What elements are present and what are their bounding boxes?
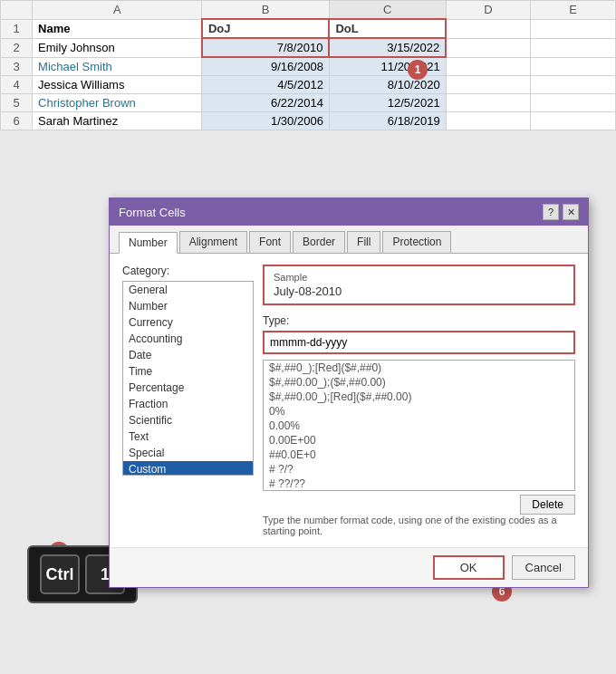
col-header-c[interactable]: C	[329, 1, 446, 20]
dialog-footer: OK Cancel	[110, 547, 588, 587]
cat-scientific[interactable]: Scientific	[123, 412, 253, 428]
row-num-1: 1	[1, 19, 33, 38]
cell-b6[interactable]: 1/30/2006	[202, 112, 329, 130]
cell-e5[interactable]	[531, 94, 616, 112]
dialog-titlebar-buttons: ? ✕	[543, 204, 579, 220]
row-header-top	[1, 1, 33, 20]
cat-date[interactable]: Date	[123, 347, 253, 363]
type-list-item[interactable]: # ?/?	[264, 462, 574, 477]
right-panel: Sample July-08-2010 Type: $#,##0_);[Red]…	[263, 265, 575, 536]
close-button[interactable]: ✕	[563, 204, 579, 220]
dialog-tabs: Number Alignment Font Border Fill Protec…	[110, 226, 588, 254]
cell-d4[interactable]	[446, 76, 531, 94]
row-num-2: 2	[1, 38, 33, 57]
col-header-b[interactable]: B	[202, 1, 329, 20]
cat-fraction[interactable]: Fraction	[123, 396, 253, 412]
category-panel: Category: General Number Currency Accoun…	[122, 265, 254, 536]
category-list[interactable]: General Number Currency Accounting Date …	[122, 281, 254, 476]
badge-1: 1	[408, 60, 428, 80]
cell-d3[interactable]	[446, 57, 531, 76]
cell-c4[interactable]: 8/10/2020	[329, 76, 446, 94]
cell-c1[interactable]: DoL	[329, 19, 446, 38]
cell-d5[interactable]	[446, 94, 531, 112]
type-list-item[interactable]: $#,##0.00_);($#,##0.00)	[264, 375, 574, 390]
tab-fill[interactable]: Fill	[347, 231, 380, 253]
cat-accounting[interactable]: Accounting	[123, 331, 253, 347]
tab-border[interactable]: Border	[293, 231, 345, 253]
tab-protection[interactable]: Protection	[382, 231, 451, 253]
col-header-d[interactable]: D	[446, 1, 531, 20]
row-num-6: 6	[1, 112, 33, 130]
cell-b4[interactable]: 4/5/2012	[202, 76, 329, 94]
cell-a2[interactable]: Emily Johnson	[33, 38, 202, 57]
type-list-item[interactable]: 0.00%	[264, 419, 574, 433]
row-num-5: 5	[1, 94, 33, 112]
cell-d1[interactable]	[446, 19, 531, 38]
table-row: 3 Michael Smith 9/16/2008 11/20/2021	[1, 57, 616, 76]
col-header-e[interactable]: E	[531, 1, 616, 20]
cat-time[interactable]: Time	[123, 363, 253, 380]
table-row: 5 Christopher Brown 6/22/2014 12/5/2021	[1, 94, 616, 112]
tab-font[interactable]: Font	[249, 231, 291, 253]
cell-d6[interactable]	[446, 112, 531, 130]
cell-b3[interactable]: 9/16/2008	[202, 57, 329, 76]
cell-d2[interactable]	[446, 38, 531, 57]
tab-number[interactable]: Number	[119, 232, 178, 254]
table-row: 4 Jessica Williams 4/5/2012 8/10/2020	[1, 76, 616, 94]
sample-label: Sample	[274, 272, 564, 283]
cat-special[interactable]: Special	[123, 445, 253, 461]
cancel-button[interactable]: Cancel	[512, 555, 575, 580]
sample-box: Sample July-08-2010	[263, 265, 575, 305]
dialog-body: Category: General Number Currency Accoun…	[110, 254, 588, 547]
row-num-4: 4	[1, 76, 33, 94]
table-row: 2 Emily Johnson 7/8/2010 3/15/2022	[1, 38, 616, 57]
type-list-item[interactable]: # ??/??	[264, 477, 574, 491]
cell-b5[interactable]: 6/22/2014	[202, 94, 329, 112]
cell-b2[interactable]: 7/8/2010	[202, 38, 329, 57]
dialog-titlebar: Format Cells ? ✕	[110, 198, 588, 226]
type-list-item[interactable]: 0%	[264, 404, 574, 419]
dialog-title: Format Cells	[119, 206, 186, 219]
type-label: Type:	[263, 314, 575, 327]
hint-text: Type the number format code, using one o…	[263, 515, 575, 536]
cell-c3[interactable]: 11/20/2021	[329, 57, 446, 76]
type-list-item[interactable]: $#,##0_);[Red]($#,##0)	[264, 361, 574, 375]
cell-c5[interactable]: 12/5/2021	[329, 94, 446, 112]
row-num-3: 3	[1, 57, 33, 76]
cat-text[interactable]: Text	[123, 428, 253, 445]
cell-e3[interactable]	[531, 57, 616, 76]
cat-custom[interactable]: Custom	[123, 461, 253, 476]
delete-button[interactable]: Delete	[520, 495, 575, 515]
cell-e6[interactable]	[531, 112, 616, 130]
ok-button[interactable]: OK	[433, 555, 505, 580]
cell-a4[interactable]: Jessica Williams	[33, 76, 202, 94]
cell-c2[interactable]: 3/15/2022	[329, 38, 446, 57]
cell-e1[interactable]	[531, 19, 616, 38]
table-row: 1 Name DoJ DoL	[1, 19, 616, 38]
dialog-content-row: Category: General Number Currency Accoun…	[122, 265, 575, 536]
cell-e4[interactable]	[531, 76, 616, 94]
col-header-a[interactable]: A	[33, 1, 202, 20]
cell-a1[interactable]: Name	[33, 19, 202, 38]
cell-a6[interactable]: Sarah Martinez	[33, 112, 202, 130]
type-input-wrap	[263, 331, 575, 354]
type-list-item[interactable]: 0.00E+00	[264, 433, 574, 448]
cell-a5[interactable]: Christopher Brown	[33, 94, 202, 112]
cell-a3[interactable]: Michael Smith	[33, 57, 202, 76]
help-button[interactable]: ?	[543, 204, 559, 220]
cell-e2[interactable]	[531, 38, 616, 57]
ctrl-key: Ctrl	[40, 554, 80, 594]
cat-percentage[interactable]: Percentage	[123, 380, 253, 396]
cat-general[interactable]: General	[123, 282, 253, 298]
type-list-item[interactable]: $#,##0.00_);[Red]($#,##0.00)	[264, 390, 574, 404]
cell-c6[interactable]: 6/18/2019	[329, 112, 446, 130]
category-label: Category:	[122, 265, 254, 277]
cat-number[interactable]: Number	[123, 298, 253, 314]
cat-currency[interactable]: Currency	[123, 314, 253, 331]
cell-b1[interactable]: DoJ	[202, 19, 329, 38]
type-list-item[interactable]: ##0.0E+0	[264, 448, 574, 462]
type-input[interactable]	[263, 331, 575, 354]
format-cells-dialog: Format Cells ? ✕ Number Alignment Font B…	[109, 197, 589, 588]
type-list[interactable]: $#,##0_);[Red]($#,##0) $#,##0.00_);($#,#…	[263, 360, 575, 491]
tab-alignment[interactable]: Alignment	[179, 231, 247, 253]
